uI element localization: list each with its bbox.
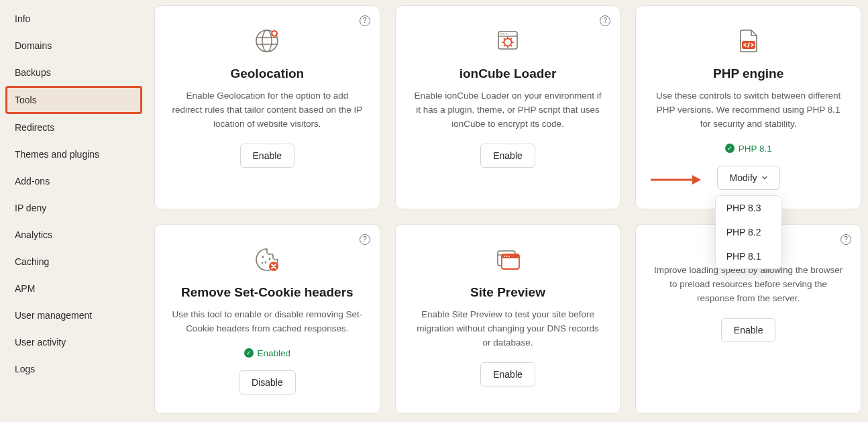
modify-button[interactable]: Modify (717, 166, 780, 190)
dropdown-option[interactable]: PHP 8.2 (716, 220, 781, 244)
disable-button[interactable]: Disable (239, 370, 296, 394)
sidebar-item-analytics[interactable]: Analytics (0, 221, 148, 248)
sidebar-item-user-activity[interactable]: User activity (0, 329, 148, 356)
sidebar-item-ip-deny[interactable]: IP deny (0, 195, 148, 221)
card-title: Remove Set-Cookie headers (181, 285, 354, 300)
status-text: PHP 8.1 (739, 144, 772, 154)
svg-point-5 (503, 34, 504, 35)
sidebar-item-tools[interactable]: Tools (5, 86, 142, 114)
cards-grid: ? Geolocation Enable Geolocation for the… (148, 0, 868, 422)
svg-point-19 (508, 256, 510, 257)
sidebar-item-domains[interactable]: Domains (0, 32, 148, 59)
sidebar-item-apm[interactable]: APM (0, 275, 148, 302)
svg-point-6 (506, 34, 507, 35)
card-ioncube: ? ionCube Loader Enable ionCube Loader o… (395, 5, 621, 209)
svg-point-4 (500, 34, 502, 35)
status-badge: ✓ PHP 8.1 (725, 144, 772, 154)
card-title: PHP engine (713, 66, 783, 81)
help-icon[interactable]: ? (360, 234, 370, 245)
card-geolocation: ? Geolocation Enable Geolocation for the… (154, 5, 380, 209)
enable-button[interactable]: Enable (240, 144, 295, 168)
card-title: ionCube Loader (459, 66, 557, 81)
sidebar-item-backups[interactable]: Backups (0, 59, 148, 86)
card-title: Site Preview (470, 285, 545, 300)
enable-button[interactable]: Enable (480, 144, 535, 168)
svg-point-1 (262, 30, 272, 52)
browser-gear-icon (493, 26, 523, 56)
modify-label: Modify (730, 172, 757, 183)
card-title: Geolocation (230, 66, 304, 81)
enable-button[interactable]: Enable (480, 362, 535, 386)
svg-point-18 (506, 256, 507, 257)
browser-window-icon (493, 245, 523, 274)
card-desc: Enable Geolocation for the option to add… (171, 89, 364, 131)
dropdown-option[interactable]: PHP 8.1 (716, 244, 781, 268)
globe-icon (252, 26, 282, 56)
svg-point-9 (262, 256, 264, 258)
check-icon: ✓ (244, 348, 254, 358)
help-icon[interactable]: ? (840, 234, 851, 245)
card-desc: Improve loading speed by allowing the br… (652, 264, 845, 306)
chevron-down-icon (761, 174, 767, 180)
php-version-dropdown: PHP 8.3 PHP 8.2 PHP 8.1 (715, 195, 782, 269)
status-text: Enabled (258, 348, 291, 358)
dropdown-option[interactable]: PHP 8.3 (716, 196, 781, 220)
card-desc: Use these controls to switch between dif… (652, 89, 845, 131)
svg-point-11 (269, 258, 271, 260)
sidebar-item-logs[interactable]: Logs (0, 356, 148, 382)
svg-point-10 (265, 261, 267, 263)
svg-point-12 (262, 262, 263, 264)
help-icon[interactable]: ? (360, 15, 370, 26)
sidebar-item-info[interactable]: Info (0, 5, 148, 32)
status-badge: ✓ Enabled (244, 348, 291, 358)
sidebar-item-caching[interactable]: Caching (0, 248, 148, 275)
svg-point-17 (504, 256, 505, 257)
sidebar-item-themes-plugins[interactable]: Themes and plugins (0, 141, 148, 168)
code-file-icon (734, 26, 763, 56)
sidebar: Info Domains Backups Tools Redirects The… (0, 0, 148, 422)
check-icon: ✓ (725, 144, 735, 153)
sidebar-item-addons[interactable]: Add-ons (0, 168, 148, 195)
sidebar-item-user-management[interactable]: User management (0, 302, 148, 329)
enable-button[interactable]: Enable (721, 318, 776, 342)
help-icon[interactable]: ? (600, 15, 610, 26)
cookie-x-icon (252, 245, 282, 274)
card-php-engine: PHP engine Use these controls to switch … (635, 5, 861, 209)
card-desc: Enable Site Preview to test your site be… (412, 308, 604, 350)
card-desc: Use this tool to enable or disable remov… (171, 308, 364, 336)
sidebar-item-redirects[interactable]: Redirects (0, 114, 148, 141)
card-desc: Enable ionCube Loader on your environmen… (412, 89, 604, 131)
card-site-preview: Site Preview Enable Site Preview to test… (395, 224, 621, 414)
card-remove-cookie: ? Remove Set-Cookie headers Use this too… (154, 224, 380, 414)
